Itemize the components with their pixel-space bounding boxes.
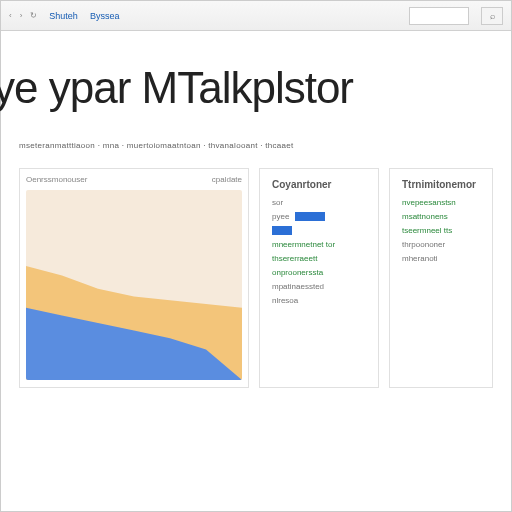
chart-head-left: Oenrssmonouser — [26, 175, 87, 184]
row-value: mpatinaessted — [272, 282, 324, 291]
back-button[interactable]: ‹ — [9, 11, 12, 20]
area-chart — [26, 190, 242, 380]
forward-button[interactable]: › — [20, 11, 23, 20]
panel-row: mpatinaessted — [272, 282, 366, 291]
row-value: thrpoononer — [402, 240, 445, 249]
toolbar: ‹ › ↻ Shuteh Byssea ⌕ — [1, 1, 511, 31]
page-subtitle: mseteranmatttiaoon · mna · muertoiomaatn… — [1, 141, 511, 168]
panel-row: tseermneel tts — [402, 226, 480, 235]
row-label: pyee — [272, 212, 289, 221]
panel-row: thsererraeett — [272, 254, 366, 263]
panel-right-title: Ttrnimitonemor — [402, 179, 480, 190]
chart-head-right: cpaldate — [212, 175, 242, 184]
info-panel-left: Coyanrtoner sor pyee mneermnetnet tor th… — [259, 168, 379, 388]
panel-left-title: Coyanrtoner — [272, 179, 366, 190]
panel-row: onproonerssta — [272, 268, 366, 277]
panel-row: sor — [272, 198, 366, 207]
browser-window: ‹ › ↻ Shuteh Byssea ⌕ ye ypar MTalkplsto… — [0, 0, 512, 512]
search-icon: ⌕ — [490, 11, 495, 21]
content-area: ye ypar MTalkplstor mseteranmatttiaoon ·… — [1, 31, 511, 388]
panel-row: nvepeesanstsn — [402, 198, 480, 207]
reload-button[interactable]: ↻ — [30, 11, 37, 20]
row-label: sor — [272, 198, 283, 207]
row-value: mheranoti — [402, 254, 438, 263]
badge-icon — [295, 212, 325, 221]
panel-row: pyee — [272, 212, 366, 221]
row-value: nlresoa — [272, 296, 298, 305]
search-input[interactable] — [409, 7, 469, 25]
row-value: thsererraeett — [272, 254, 317, 263]
tab-2[interactable]: Byssea — [90, 11, 120, 21]
row-value: onproonerssta — [272, 268, 323, 277]
row-value: msattnonens — [402, 212, 448, 221]
tab-1[interactable]: Shuteh — [49, 11, 78, 21]
panel-row: mheranoti — [402, 254, 480, 263]
nav-buttons: ‹ › ↻ — [9, 11, 37, 20]
panel-row: nlresoa — [272, 296, 366, 305]
panel-row — [272, 226, 366, 235]
search-button[interactable]: ⌕ — [481, 7, 503, 25]
main-row: Oenrssmonouser cpaldate Coyanrtoner sor — [1, 168, 511, 388]
row-value: mneermnetnet tor — [272, 240, 335, 249]
panel-row: thrpoononer — [402, 240, 480, 249]
chart-card: Oenrssmonouser cpaldate — [19, 168, 249, 388]
row-value: tseermneel tts — [402, 226, 452, 235]
info-panel-right: Ttrnimitonemor nvepeesanstsn msattnonens… — [389, 168, 493, 388]
chart-card-head: Oenrssmonouser cpaldate — [26, 175, 242, 184]
panel-row: mneermnetnet tor — [272, 240, 366, 249]
page-title: ye ypar MTalkplstor — [0, 45, 511, 141]
panel-row: msattnonens — [402, 212, 480, 221]
badge-icon — [272, 226, 292, 235]
row-value: nvepeesanstsn — [402, 198, 456, 207]
